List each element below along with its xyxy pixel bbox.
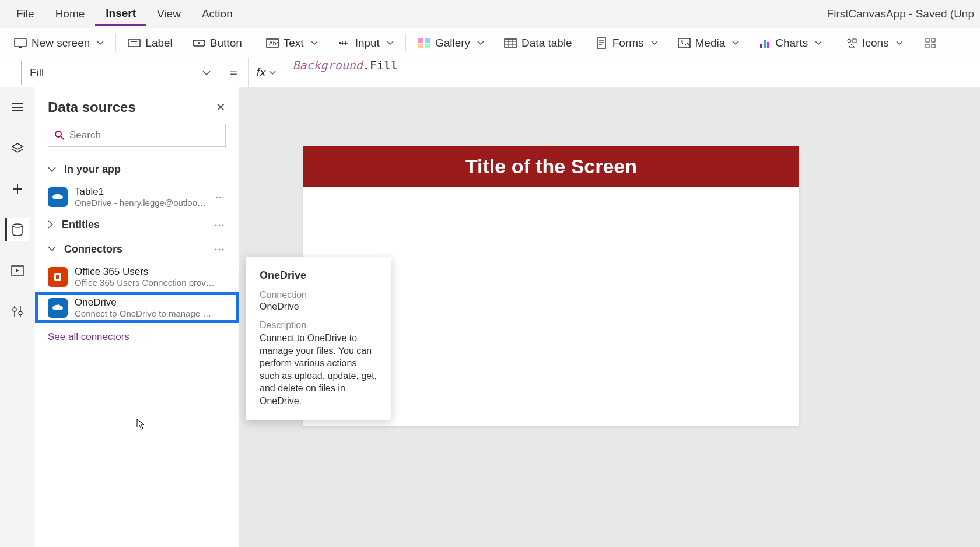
label-button[interactable]: Label [120,33,181,53]
data-table-label: Data table [522,37,572,50]
menu-file[interactable]: File [6,3,45,25]
label-icon [128,38,141,48]
onedrive-icon [48,298,68,318]
section-label: In your app [64,163,121,176]
chevron-down-icon [651,41,658,45]
more-button[interactable]: ⋯ [214,243,226,255]
section-entities[interactable]: Entities ⋯ [35,212,239,237]
svg-point-29 [55,131,61,137]
see-all-connectors-link[interactable]: See all connectors [35,323,239,351]
forms-icon [596,37,608,49]
text-button[interactable]: Abc Text [258,33,326,53]
forms-button[interactable]: Forms [588,33,666,53]
tooltip-title: OneDrive [260,269,377,282]
svg-point-4 [198,42,200,44]
hamburger-button[interactable] [6,96,29,119]
chevron-down-icon [97,41,104,45]
data-button[interactable] [5,218,29,241]
icons-button[interactable]: Icons [838,33,911,53]
formula-input[interactable]: Background.Fill [284,58,980,87]
charts-icon [759,38,771,48]
onedrive-icon [48,187,68,207]
layers-icon [11,142,24,154]
tools-icon [12,305,23,318]
svg-rect-23 [926,44,929,48]
text-icon: Abc [266,38,279,48]
connector-onedrive[interactable]: OneDrive Connect to OneDrive to manage y… [35,292,239,323]
svg-rect-31 [56,275,60,279]
tooltip-connection-label: Connection [260,290,377,300]
input-button[interactable]: Input [330,33,402,53]
chevron-down-icon [48,167,56,173]
panel-title: Data sources [48,99,136,115]
svg-rect-13 [597,38,606,48]
plus-icon [12,183,23,195]
hamburger-icon [12,103,23,112]
screen-title-label[interactable]: Title of the Screen [303,146,799,187]
data-table-button[interactable]: Data table [496,33,580,53]
formula-token: .Fill [363,58,398,72]
gallery-button[interactable]: Gallery [410,33,492,53]
item-subtitle: OneDrive - henry.legge@outlook.com [75,198,208,208]
search-icon [54,130,65,141]
menu-view[interactable]: View [146,3,191,25]
property-name: Fill [30,66,44,79]
icons-icon [846,37,858,49]
search-input[interactable] [69,129,219,141]
svg-rect-9 [425,38,430,43]
connector-tooltip: OneDrive Connection OneDrive Description… [246,257,391,420]
database-icon [12,223,23,236]
grid-button[interactable] [917,34,944,52]
ribbon-toolbar: New screen Label Button Abc Text Input G… [0,28,980,58]
input-label: Input [355,37,380,50]
cursor-icon [136,419,146,430]
connector-office365-users[interactable]: Office 365 Users Office 365 Users Connec… [35,261,239,292]
screen-icon [14,38,27,48]
svg-rect-8 [418,38,424,43]
svg-rect-21 [926,38,929,42]
tree-view-button[interactable] [6,136,29,160]
left-rail [0,87,35,547]
chevron-down-icon [48,246,56,252]
advanced-tools-button[interactable] [6,300,29,323]
section-connectors[interactable]: Connectors ⋯ [35,237,239,261]
svg-rect-10 [418,44,424,48]
charts-button[interactable]: Charts [751,33,830,53]
chevron-down-icon [815,41,822,45]
menu-action[interactable]: Action [191,3,243,25]
insert-button[interactable] [6,177,29,201]
item-name: OneDrive [75,297,215,308]
section-label: Entities [62,219,100,231]
svg-rect-14 [678,38,690,48]
close-panel-button[interactable]: ✕ [216,100,226,114]
formula-bar: Fill = fx Background.Fill [0,58,980,87]
equals-sign: = [219,65,248,80]
data-source-table1[interactable]: Table1 OneDrive - henry.legge@outlook.co… [35,181,239,212]
section-in-your-app[interactable]: In your app [35,157,239,181]
tooltip-description-value: Connect to OneDrive to manage your files… [260,332,377,408]
media-rail-button[interactable] [6,259,29,282]
chevron-down-icon [732,41,739,45]
more-button[interactable]: ⋯ [215,191,226,202]
svg-point-27 [13,308,16,311]
svg-rect-2 [128,40,140,47]
item-subtitle: Office 365 Users Connection provider let… [75,278,215,287]
button-icon [192,38,205,48]
chevron-down-icon [896,41,903,45]
svg-rect-24 [932,44,935,48]
fx-button[interactable]: fx [248,58,285,87]
new-screen-button[interactable]: New screen [6,33,112,53]
menu-home[interactable]: Home [45,3,96,25]
search-box[interactable] [48,124,226,147]
tooltip-description-label: Description [260,320,377,331]
menu-insert[interactable]: Insert [95,2,146,26]
property-selector[interactable]: Fill [21,61,219,85]
data-sources-panel: Data sources ✕ In your app Table1 OneDri… [35,87,239,547]
svg-rect-16 [760,44,762,48]
more-button[interactable]: ⋯ [214,218,226,231]
media-button[interactable]: Media [670,33,748,53]
svg-text:Abc: Abc [269,40,279,47]
chevron-right-icon [48,220,54,229]
button-button[interactable]: Button [184,33,250,53]
svg-point-19 [848,39,851,43]
